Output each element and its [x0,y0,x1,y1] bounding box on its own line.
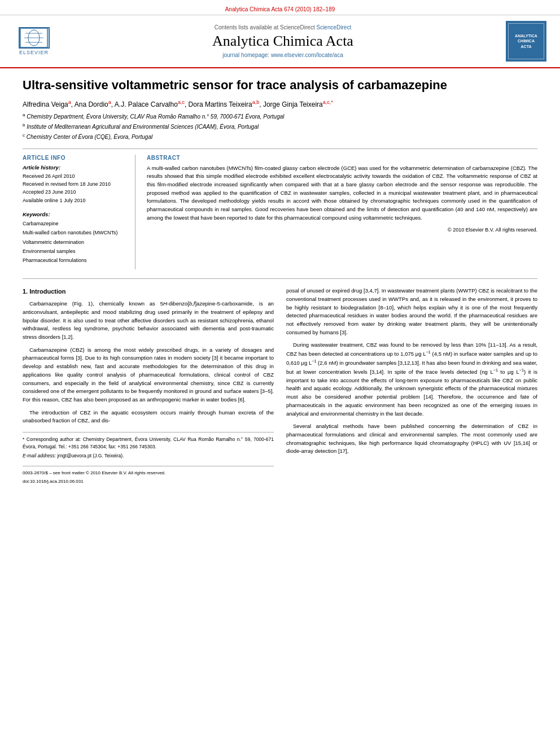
article-info-title: Article Info [23,155,127,161]
contents-line: Contents lists available at ScienceDirec… [68,24,498,30]
page-wrapper: Analytica Chimica Acta 674 (2010) 182–18… [0,0,560,747]
abstract-section: Abstract A multi-walled carbon nanotubes… [147,155,537,270]
elsevier-wordmark: ELSEVIER [19,50,49,55]
revised-date: Received in revised form 18 June 2010 [23,180,127,188]
affiliation-a: a Chemistry Department, Évora University… [23,112,537,121]
top-bar: Analytica Chimica Acta 674 (2010) 182–18… [0,0,560,15]
article-info: Article Info Article history: Received 2… [23,155,135,270]
journal-header: ELSEVIER Contents lists available at Sci… [0,15,560,68]
affiliation-b: b Institute of Mediterranean Agricultura… [23,122,537,131]
keyword-5: Pharmaceutical formulations [23,256,127,265]
body-col-left: 1. Introduction Carbamazepine (Fig. 1), … [23,287,274,485]
body-columns: 1. Introduction Carbamazepine (Fig. 1), … [23,287,537,485]
accepted-date: Accepted 23 June 2010 [23,188,127,196]
body-para-r3: Several analytical methods have been pub… [286,422,537,456]
body-col-right: posal of unused or expired drug [3,4,7].… [286,287,537,485]
abstract-title: Abstract [147,155,537,161]
copyright-line: © 2010 Elsevier B.V. All rights reserved… [147,227,537,233]
issn-line: 0003-2670/$ – see front matter © 2010 El… [23,470,165,477]
article-content: Ultra-sensitive voltammetric sensor for … [0,68,560,496]
journal-homepage: journal homepage: www.elsevier.com/locat… [68,52,498,58]
journal-title: Analytica Chimica Acta [68,33,498,50]
sciencedirect-link[interactable]: ScienceDirect [316,24,351,30]
aca-logo-text: ANALYTICACHIMICAACTA [515,33,537,49]
elsevier-logo-graphic [19,27,50,49]
section-divider [23,278,537,279]
body-para-3: The introduction of CBZ in the aquatic e… [23,409,274,425]
footnote-star: * Corresponding author at: Chemistry Dep… [23,436,274,451]
journal-center: Contents lists available at ScienceDirec… [68,24,498,58]
received-date: Received 26 April 2010 [23,172,127,180]
keyword-3: Voltammetric determination [23,238,127,247]
elsevier-logo-area: ELSEVIER [11,26,62,57]
abstract-text: A multi-walled carbon nanotubes (MWCNTs)… [147,164,537,222]
available-date: Available online 1 July 2010 [23,196,127,204]
body-para-2: Carbamazepine (CBZ) is among the most wi… [23,346,274,404]
aca-logo-box: ANALYTICACHIMICAACTA [506,21,546,62]
doi-line: doi:10.1016/j.aca.2010.06.031 [23,478,274,485]
keywords-label: Keywords: [23,211,127,217]
footnote-section: * Corresponding author at: Chemistry Dep… [23,432,274,459]
journal-reference: Analytica Chimica Acta 674 (2010) 182–18… [225,6,335,12]
keyword-1: Carbamazepine [23,219,127,228]
authors-line: Alfredina Veigaa, Ana Dordioa, A.J. Pala… [23,99,537,108]
section-1-title: Introduction [29,288,65,295]
keyword-2: Multi-walled carbon nanotubes (MWCNTs) [23,228,127,237]
article-title: Ultra-sensitive voltammetric sensor for … [23,77,537,94]
aca-logo-area: ANALYTICACHIMICAACTA [504,21,549,62]
bottom-bar: 0003-2670/$ – see front matter © 2010 El… [23,466,274,477]
body-para-r1: posal of unused or expired drug [3,4,7].… [286,287,537,337]
keyword-4: Environmental samples [23,247,127,256]
aca-logo-inner: ANALYTICACHIMICAACTA [508,23,544,59]
footnote-email: E-mail address: jrngt@uevora.pt (J.G. Te… [23,452,274,460]
article-history: Article history: Received 26 April 2010 … [23,164,127,205]
affiliations: a Chemistry Department, Évora University… [23,112,537,142]
keywords-section: Keywords: Carbamazepine Multi-walled car… [23,211,127,265]
history-label: Article history: [23,164,127,171]
affiliation-c: c Chemistry Center of Évora (CQE), Évora… [23,132,537,141]
homepage-url[interactable]: www.elsevier.com/locate/aca [271,52,343,58]
keywords-list: Carbamazepine Multi-walled carbon nanotu… [23,219,127,265]
body-para-r2: During wastewater treatment, CBZ was fou… [286,341,537,418]
section-1-number: 1. [23,288,28,295]
body-para-1: Carbamazepine (Fig. 1), chemically known… [23,300,274,342]
info-abstract-row: Article Info Article history: Received 2… [23,148,537,270]
elsevier-logo: ELSEVIER [11,26,56,57]
section-1-heading: 1. Introduction [23,287,274,296]
